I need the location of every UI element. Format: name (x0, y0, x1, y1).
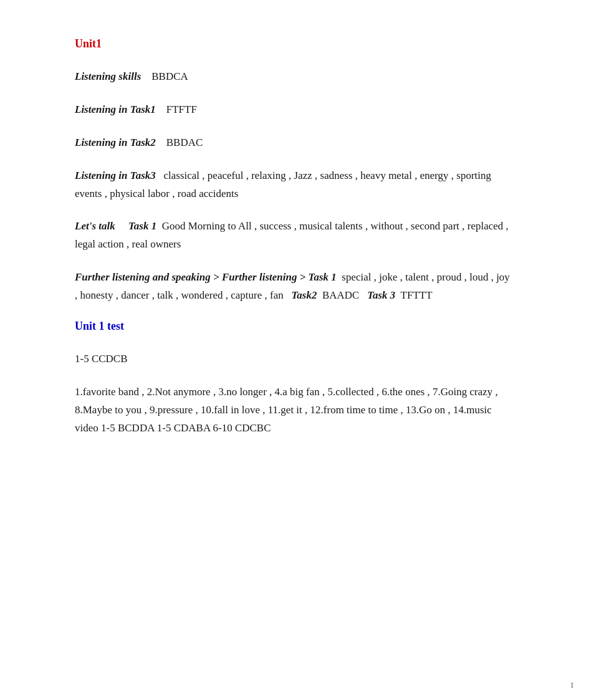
unit-test-title-section: Unit 1 test (75, 320, 514, 333)
unit-test-line1-row: 1-5 CCDCB (75, 350, 514, 368)
further-listening-answer2: BAADC (320, 289, 365, 301)
further-listening-row: Further listening and speaking > Further… (75, 269, 514, 305)
page-number: 1 (570, 680, 575, 690)
unit-test-title: Unit 1 test (75, 320, 124, 332)
lets-talk-row: Let's talk Task 1 Good Morning to All , … (75, 218, 514, 254)
unit-test-line2-row: 1.favorite band , 2.Not anymore , 3.no l… (75, 383, 514, 438)
further-listening-label: Further listening and speaking > Further… (75, 271, 337, 283)
unit-test-line1: 1-5 CCDCB (75, 353, 128, 365)
listening-task1-label: Listening in Task1 (75, 103, 156, 115)
further-listening-task3-label: Task 3 (367, 289, 395, 301)
lets-talk-spacer (118, 220, 126, 232)
listening-task2-label: Listening in Task2 (75, 137, 156, 148)
listening-task1-row: Listening in Task1 FTFTF (75, 101, 514, 119)
further-listening-task2-label: Task2 (291, 289, 317, 301)
unit-test-line2: 1.favorite band , 2.Not anymore , 3.no l… (75, 386, 498, 434)
unit-title: Unit1 (75, 37, 102, 50)
unit-title-section: Unit1 (75, 37, 514, 50)
listening-task3-row: Listening in Task3 classical , peaceful … (75, 167, 514, 203)
listening-skills-answer: BBDCA (144, 70, 188, 82)
listening-skills-label: Listening skills (75, 70, 141, 82)
further-listening-answer3: TFTTT (398, 289, 433, 301)
listening-task2-answer: BBDAC (158, 137, 203, 148)
listening-skills-row: Listening skills BBDCA (75, 68, 514, 86)
lets-talk-sublabel: Task 1 (128, 220, 156, 232)
listening-task3-label: Listening in Task3 (75, 170, 156, 181)
page-container: Unit1 Listening skills BBDCA Listening i… (0, 0, 589, 490)
listening-task2-row: Listening in Task2 BBDAC (75, 134, 514, 152)
listening-task1-answer: FTFTF (158, 103, 197, 115)
lets-talk-label: Let's talk (75, 220, 115, 232)
